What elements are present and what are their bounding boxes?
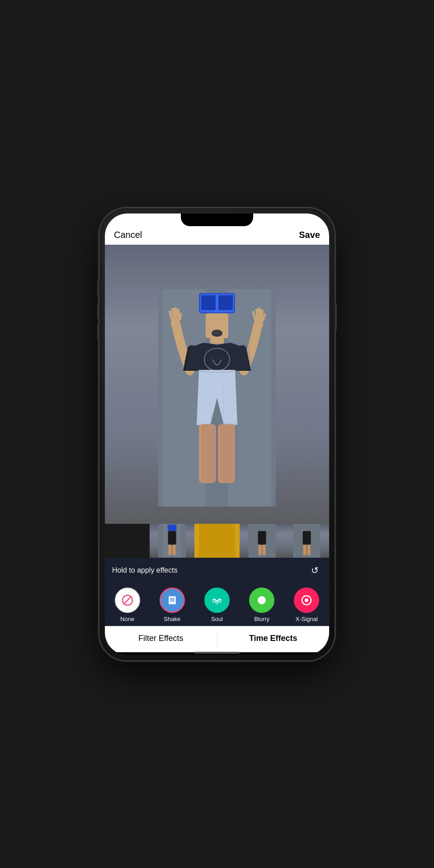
svg-rect-48: [169, 596, 176, 604]
effect-soul-circle: [204, 588, 230, 613]
shake-icon: [165, 593, 179, 607]
svg-rect-33: [168, 525, 177, 531]
svg-rect-37: [199, 524, 235, 558]
svg-point-53: [305, 598, 308, 602]
effect-xsignal[interactable]: X-Signal: [291, 588, 322, 622]
hold-bar: Hold to apply effects ↺: [105, 558, 329, 583]
effect-none[interactable]: None: [112, 588, 143, 622]
svg-rect-40: [258, 545, 261, 555]
effect-soul[interactable]: Soul: [201, 588, 233, 622]
xsignal-icon: [300, 593, 313, 607]
effect-blurry[interactable]: Blurry: [246, 588, 278, 622]
effect-blurry-label: Blurry: [254, 616, 269, 622]
thumb-2[interactable]: [150, 524, 194, 558]
svg-rect-35: [169, 545, 172, 555]
thumb-3[interactable]: [194, 524, 239, 558]
photo-area: [105, 245, 329, 524]
effect-soul-label: Soul: [211, 616, 223, 622]
svg-rect-41: [262, 545, 265, 555]
effect-xsignal-label: X-Signal: [296, 616, 318, 622]
svg-rect-43: [302, 531, 311, 545]
effect-shake[interactable]: Shake: [156, 588, 188, 622]
blurry-dot-icon: [258, 596, 266, 604]
svg-rect-39: [258, 531, 266, 545]
tab-filter-label: Filter Effects: [138, 634, 184, 643]
svg-rect-45: [307, 545, 310, 555]
hold-text: Hold to apply effects: [112, 566, 178, 574]
effect-shake-circle: [160, 588, 185, 613]
soul-icon: [210, 593, 224, 607]
effects-row: None Shake: [105, 583, 329, 626]
svg-rect-44: [303, 545, 306, 555]
tab-filter-effects[interactable]: Filter Effects: [105, 626, 217, 652]
phone-frame: Cancel Save: [99, 208, 335, 660]
thumb-4[interactable]: [240, 524, 284, 558]
svg-rect-34: [168, 531, 176, 545]
phone-screen: Cancel Save: [105, 213, 329, 655]
notch: [181, 213, 253, 226]
effect-blurry-circle: [249, 588, 274, 613]
thumb-5[interactable]: [284, 524, 329, 558]
effect-shake-label: Shake: [164, 616, 180, 622]
effect-xsignal-circle: [294, 588, 319, 613]
svg-rect-36: [173, 545, 176, 555]
no-symbol-icon: [121, 594, 134, 607]
save-button[interactable]: Save: [299, 230, 320, 240]
ghost-effect: [105, 245, 329, 524]
undo-button[interactable]: ↺: [307, 563, 322, 578]
thumbnail-strip: [105, 524, 329, 558]
photo-background: [105, 245, 329, 524]
tab-time-label: Time Effects: [249, 634, 297, 643]
cancel-button[interactable]: Cancel: [114, 230, 142, 240]
bottom-tabs: Filter Effects Time Effects: [105, 626, 329, 652]
thumb-1[interactable]: [105, 524, 150, 558]
svg-line-47: [123, 596, 132, 604]
tab-time-effects[interactable]: Time Effects: [217, 626, 330, 652]
effect-none-label: None: [120, 616, 134, 622]
home-indicator: [105, 652, 329, 655]
effect-none-circle: [115, 588, 140, 613]
